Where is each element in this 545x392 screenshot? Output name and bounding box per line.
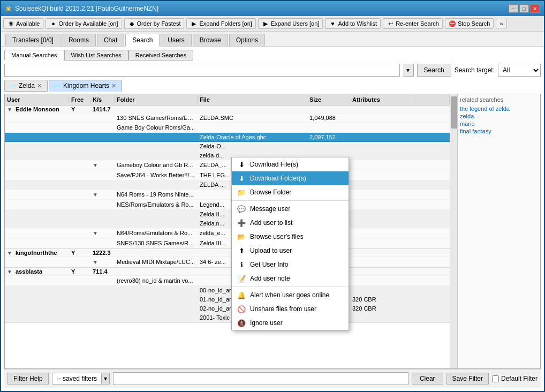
main-window: ❀ SoulseekQt build 2015.2.21 [PauloGuilh… — [0, 0, 545, 392]
available-button[interactable]: ❀ Available — [3, 18, 43, 29]
table-row[interactable]: 02-no_id_and_martin_volt-zeld... 13,569,… — [5, 304, 450, 313]
ctx-download-file[interactable]: ⬇ Download File(s) — [232, 157, 349, 171]
tab-rooms[interactable]: Rooms — [62, 34, 96, 46]
expand-folders-icon: ▶ — [190, 20, 198, 27]
table-row[interactable]: zelda-d... — [5, 151, 450, 160]
table-row[interactable]: ZELDA ... — [5, 180, 450, 190]
tab-search[interactable]: Search — [125, 34, 160, 47]
expand-users-button[interactable]: ▶ Expand Users [on] — [258, 18, 323, 29]
folder-row: Save/PJ64 - Works Better!!/... THE LEG..… — [5, 170, 450, 180]
table-row[interactable]: Zelda-Oracle of Ages.gbc 2,097,152 — [5, 133, 450, 142]
folder-row: ▼ N64 Roms - 19 Roms Ninte... — [5, 190, 450, 200]
table-row[interactable]: Zelda II... — [5, 210, 450, 219]
search-tab-kingdom-hearts[interactable]: — Kingdom Hearts ✕ — [49, 80, 122, 92]
table-row[interactable]: ▼Eddie Monsoon Y 1414.7 130 SNES Games/R… — [5, 105, 450, 249]
context-menu: ⬇ Download File(s) ⬇ Download Folder(s) … — [231, 157, 349, 330]
tab-transfers[interactable]: Transfers [0/0] — [5, 34, 60, 46]
user-row-eddie[interactable]: ▼Eddie Monsoon Y 1414.7 — [5, 105, 450, 114]
ctx-download-folder[interactable]: ⬇ Download Folder(s) — [232, 171, 349, 185]
folder-row: Game Boy Colour Roms/Ga... — [5, 123, 450, 133]
stop-search-button[interactable]: ⛔ Stop Search — [445, 18, 494, 29]
search-button[interactable]: Search — [417, 64, 451, 77]
sub-tab-manual[interactable]: Manual Searches — [4, 50, 64, 61]
search-input[interactable] — [4, 64, 400, 77]
add-user-note-icon: 📝 — [237, 274, 246, 283]
filter-input[interactable] — [113, 372, 408, 385]
ctx-ignore-user[interactable]: 🚷 Ignore user — [232, 316, 349, 330]
order-available-button[interactable]: ● Order by Available [on] — [46, 18, 122, 29]
close-button[interactable]: ✕ — [530, 4, 540, 13]
tab-users[interactable]: Users — [161, 34, 191, 46]
user-row-king[interactable]: ▼kingofnorththe Y 1222.3 — [5, 249, 450, 257]
table-row[interactable]: ▼assblasta Y 711.4 (revro30) no_id & mar… — [5, 268, 450, 323]
ignore-user-icon: 🚷 — [237, 319, 246, 327]
ctx-add-user-list[interactable]: ➕ Add user to list — [232, 216, 349, 230]
close-kingdom-hearts-icon[interactable]: ✕ — [111, 82, 116, 89]
related-item-2[interactable]: zelda — [460, 112, 538, 120]
ctx-upload-to-user[interactable]: ⬆ Upload to user — [232, 244, 349, 258]
saved-filters-arrow[interactable]: ▾ — [101, 373, 109, 384]
sub-tab-wishlist[interactable]: Wish List Searches — [64, 50, 128, 61]
order-available-icon: ● — [49, 20, 57, 27]
maximize-button[interactable]: □ — [519, 4, 529, 13]
scrollbar-thumb[interactable] — [451, 96, 457, 129]
ctx-add-user-note[interactable]: 📝 Add user note — [232, 272, 349, 285]
related-item-3[interactable]: mario — [460, 120, 538, 127]
ctx-alert-online[interactable]: 🔔 Alert when user goes online — [232, 288, 349, 302]
folder-row: NES/Roms/Emulators & Ro... Legend... — [5, 200, 450, 210]
user-row-assblasta[interactable]: ▼assblasta Y 711.4 — [5, 268, 450, 276]
table-header: User Free K/s Folder File Size Attribute… — [5, 94, 450, 105]
folder-row: (revro30) no_id & martin vo... — [5, 276, 450, 286]
table-row[interactable]: 2001- Toxic Tracy (Beatles... — [5, 313, 450, 322]
order-fastest-button[interactable]: ◆ Order by Fastest — [124, 18, 185, 29]
tab-browse[interactable]: Browse — [193, 34, 228, 46]
upload-to-user-icon: ⬆ — [237, 246, 246, 255]
search-tab-zelda[interactable]: — Zelda ✕ — [4, 80, 48, 92]
close-zelda-icon[interactable]: ✕ — [37, 82, 42, 89]
tab-options[interactable]: Options — [229, 34, 265, 46]
table-row[interactable]: 01-no_id_and_martin_volt-zeld... 13,646,… — [5, 295, 450, 304]
add-wishlist-button[interactable]: ♥ Add to Wishlist — [325, 18, 381, 29]
ctx-get-user-info[interactable]: ℹ Get User Info — [232, 258, 349, 272]
bottom-bar: Filter Help -- saved filters ▾ Clear Sav… — [4, 369, 541, 388]
filter-help-button[interactable]: Filter Help — [7, 373, 49, 385]
table-row[interactable]: Zelda.n... — [5, 219, 450, 228]
ctx-browse-user-files[interactable]: 📂 Browse user's files — [232, 230, 349, 244]
folder-row: ▼ Gameboy Colour and Gb R... ZELDA_... — [5, 160, 450, 170]
table-row[interactable]: Zelda-O... — [5, 142, 450, 151]
default-filter-area: Default Filter — [492, 375, 538, 382]
get-user-info-icon: ℹ — [237, 260, 246, 269]
tab-chat[interactable]: Chat — [97, 34, 124, 46]
window-title: SoulseekQt build 2015.2.21 [PauloGuilher… — [15, 5, 158, 12]
unshare-files-icon: 🚫 — [237, 305, 246, 313]
title-bar: ❀ SoulseekQt build 2015.2.21 [PauloGuilh… — [1, 1, 544, 16]
toolbar: ❀ Available ● Order by Available [on] ◆ … — [1, 16, 544, 32]
related-item-4[interactable]: final fantasy — [460, 127, 538, 135]
search-target-select[interactable]: All — [498, 64, 541, 77]
minimize-button[interactable]: − — [509, 4, 518, 13]
search-dropdown-button[interactable]: ▾ — [403, 64, 414, 77]
reenter-search-button[interactable]: ↩ Re-enter Search — [383, 18, 443, 29]
vertical-scrollbar[interactable] — [450, 94, 457, 368]
more-button[interactable]: » — [496, 19, 506, 28]
related-item-1[interactable]: the legend of zelda — [460, 105, 538, 112]
folder-row: ▼ N64/Roms/Emulators & Ro... zelda_e... — [5, 228, 450, 238]
table-row[interactable]: ▼kingofnorththe Y 1222.3 ▼ Medieval MIDI… — [5, 249, 450, 268]
expand-folders-button[interactable]: ▶ Expand Folders [on] — [186, 18, 255, 29]
search-bar: ▾ Search Search target: All — [4, 64, 541, 77]
stop-search-icon: ⛔ — [449, 20, 456, 27]
results-table[interactable]: User Free K/s Folder File Size Attribute… — [5, 94, 450, 368]
ctx-browse-folder[interactable]: 📁 Browse Folder — [232, 185, 349, 199]
default-filter-checkbox[interactable] — [492, 375, 499, 382]
table-row[interactable]: 00-no_id_and_martin_volt-zeld... 689,093 — [5, 286, 450, 295]
sub-tab-received[interactable]: Received Searches — [128, 50, 193, 61]
save-filter-button[interactable]: Save Filter — [446, 373, 489, 385]
expand-users-icon: ▶ — [262, 20, 269, 27]
saved-filters-dropdown[interactable]: -- saved filters ▾ — [52, 373, 110, 385]
browse-user-files-icon: 📂 — [237, 232, 246, 241]
main-tabs: Transfers [0/0] Rooms Chat Search Users … — [1, 32, 544, 47]
ctx-unshare-files[interactable]: 🚫 Unshare files from user — [232, 302, 349, 316]
ctx-message-user[interactable]: 💬 Message user — [232, 202, 349, 216]
ctx-divider-2 — [232, 287, 349, 287]
clear-button[interactable]: Clear — [412, 373, 443, 385]
